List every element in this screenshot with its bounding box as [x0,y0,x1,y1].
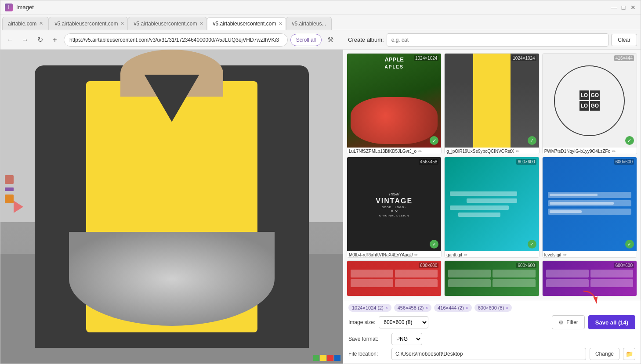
dims-red-boxes: 600×600 [419,263,438,268]
dims-green-boxes: 600×600 [516,263,536,268]
right-panel: APPLEAPLES 1024×1024 ✓ LuL7NfSZPMLp13BfK… [343,50,641,364]
remove-tag-456[interactable]: × [425,306,428,310]
browser-window: I Imaget — □ ✕ airtable.com ✕ v5.airtabl… [0,0,641,364]
tool-icon-red[interactable] [5,175,14,184]
play-button[interactable] [14,201,23,213]
tab-close-icon[interactable]: ✕ [279,21,282,27]
tab-label: airtable.com [8,21,36,27]
tab-bar: airtable.com ✕ v5.airtableusercontent.co… [0,14,641,30]
tab-label: v5.airtableusercontent.com [54,21,118,27]
new-tab-button[interactable]: + [49,34,61,46]
grid-item-gantt[interactable]: 600×600 ✓ gantt.gif ✏ Show in folder [444,157,539,258]
image-grid: APPLEAPLES 1024×1024 ✓ LuL7NfSZPMLp13BfK… [343,50,641,300]
grid-item-vintage[interactable]: Royal VINTAGE GOOD · LOGO · ✕ ✕ ORIGINAL… [347,157,442,258]
size-tag-456[interactable]: 456×458 (2) × [394,304,431,312]
tool-icon-purple[interactable] [5,187,14,191]
name-apron: g_jpOiR19UxSe9ybcQCINVORstX ✏ [445,148,539,154]
remove-tag-1024[interactable]: × [385,306,388,310]
name-levels: levels.gif ✏ [543,251,637,258]
swatch-yellow [320,355,326,361]
remove-tag-416[interactable]: × [466,306,468,310]
scroll-all-button[interactable]: Scroll all [290,34,322,46]
tab-label: v5.airtableusercontent.com [134,21,197,27]
tab-v5-4[interactable]: v5.airtableus... [286,17,332,30]
create-album-label: Create album: [348,36,384,43]
size-tag-600[interactable]: 600×600 (8) × [474,304,512,312]
check-apron: ✓ [528,136,536,145]
swatch-green [313,355,319,361]
edit-icon-apple[interactable]: ✏ [418,149,422,154]
close-button[interactable]: ✕ [630,4,636,11]
edit-icon-logo[interactable]: ✏ [612,149,616,154]
size-tags-row: 1024×1024 (2) × 456×458 (2) × 416×444 (2… [343,300,641,314]
back-button[interactable]: ← [4,34,16,46]
tab-airtable[interactable]: airtable.com ✕ [2,17,49,30]
dims-purple-boxes: 600×600 [614,263,634,268]
filter-icon: ⚙ [558,319,564,326]
tool-icon-orange[interactable] [5,195,14,203]
dims-apron: 1024×1024 [511,55,536,61]
tab-close-icon[interactable]: ✕ [120,21,124,26]
save-format-label: Save format: [348,336,388,342]
main-content: APPLEAPLES 1024×1024 ✓ LuL7NfSZPMLp13BfK… [0,50,641,364]
size-select[interactable]: 600×600 (8) 1024×1024 (2) 456×458 (2) 41… [379,316,428,328]
grid-item-purple-boxes[interactable]: 600×600 [542,260,637,296]
dims-logo: 416×444 [614,55,634,61]
window-controls: — □ ✕ [611,4,636,11]
check-levels: ✓ [625,240,634,249]
save-all-button[interactable]: Save all (14) [588,315,635,329]
tab-close-icon[interactable]: ✕ [39,21,43,26]
format-select[interactable]: PNG JPG WEBP GIF [391,333,422,345]
grid-item-apron[interactable]: 1024×1024 ✓ g_jpOiR19UxSe9ybcQCINVORstX … [444,53,539,154]
dims-gantt: 600×600 [516,159,536,165]
tab-v5-1[interactable]: v5.airtableusercontent.com ✕ [49,17,128,30]
name-gantt: gantt.gif ✏ [445,251,539,258]
location-input[interactable] [391,348,586,360]
name-logo: PWM7tsD1NqyIG-b1yy9O4LzZFc ✏ [543,148,637,154]
change-button[interactable]: Change [590,348,619,360]
filter-button[interactable]: ⚙ Filter [552,315,585,329]
tab-v5-3[interactable]: v5.airtableusercontent.com ✕ [207,17,286,30]
file-location-row: File location: Change 📁 [343,347,641,364]
address-bar: ← → ↻ + Scroll all ⚒ Create album: Clear [0,30,641,50]
clear-button[interactable]: Clear [611,34,637,46]
name-apple: LuL7NfSZPMLp13BfKD5JLGvrJ_o ✏ [347,148,441,154]
check-gantt: ✓ [528,240,536,249]
tab-label: v5.airtableus... [292,21,326,27]
album-input[interactable] [387,33,609,47]
edit-icon-levels[interactable]: ✏ [563,252,567,257]
grid-item-apple[interactable]: APPLEAPLES 1024×1024 ✓ LuL7NfSZPMLp13BfK… [347,53,442,154]
app-title: Imaget [16,4,34,11]
remove-tag-600[interactable]: × [506,306,508,310]
forward-button[interactable]: → [19,34,31,46]
check-vintage: ✓ [430,240,438,249]
size-tag-1024[interactable]: 1024×1024 (2) × [348,304,391,312]
color-swatch-bar [313,355,340,361]
dims-apple: 1024×1024 [414,55,438,61]
grid-item-logo[interactable]: LO GO LO GO 416×444 ✓ PWM7tsD1NqyIG-b1y [542,53,637,154]
refresh-button[interactable]: ↻ [34,34,46,46]
tab-v5-2[interactable]: v5.airtableusercontent.com ✕ [128,17,207,30]
edit-icon-vintage[interactable]: ✏ [414,252,418,257]
minimize-button[interactable]: — [611,4,617,11]
size-tag-416[interactable]: 416×444 (2) × [434,304,471,312]
edit-icon-gantt[interactable]: ✏ [464,252,467,257]
maximize-button[interactable]: □ [620,4,627,11]
save-format-row: Save format: PNG JPG WEBP GIF [343,332,641,347]
edit-icon-apron[interactable]: ✏ [516,149,519,154]
tab-label: v5.airtableusercontent.com [213,21,276,27]
file-location-label: File location: [348,351,388,357]
grid-item-levels[interactable]: 600×600 ✓ levels.gif ✏ Show in folder [542,157,637,258]
bookmark-button[interactable]: ⚒ [324,34,337,46]
swatch-blue [334,355,340,361]
grid-item-red-boxes[interactable]: 600×600 [347,260,442,296]
grid-item-green-boxes[interactable]: 600×600 [444,260,539,296]
image-size-label: Image size: [348,319,375,325]
controls-row: Image size: 600×600 (8) 1024×1024 (2) 45… [343,314,641,332]
url-input[interactable] [64,33,288,47]
tab-close-icon[interactable]: ✕ [199,21,203,26]
left-panel [0,50,343,364]
bottom-controls: 1024×1024 (2) × 456×458 (2) × 416×444 (2… [343,300,641,364]
folder-icon: 📁 [626,350,633,357]
folder-button[interactable]: 📁 [623,348,635,360]
